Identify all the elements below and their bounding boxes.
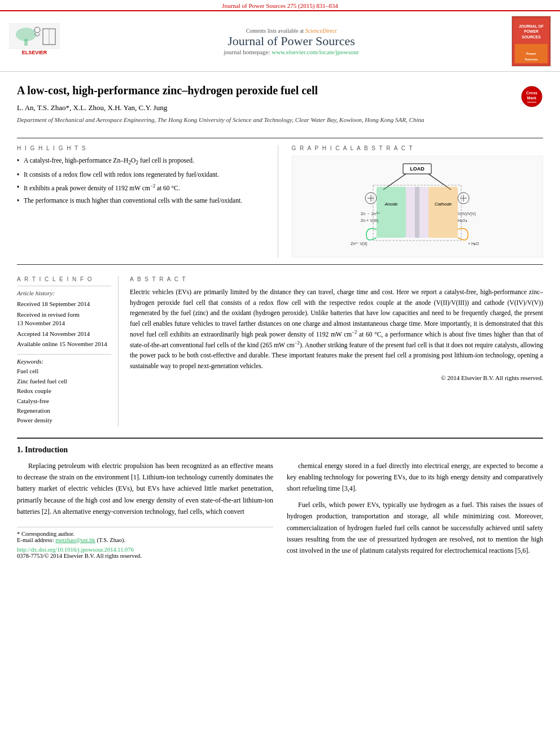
graphical-abstract-section: G R A P H I C A L A B S T R A C T LOAD	[290, 145, 544, 257]
abstract-label: A B S T R A C T	[130, 276, 543, 282]
svg-text:Zn + V(III): Zn + V(III)	[361, 219, 378, 223]
header-section: ELSEVIER Contents lists available at Sci…	[0, 11, 560, 72]
info-divider	[17, 286, 111, 286]
highlights-section: H I G H L I G H T S A catalyst-free, hig…	[17, 145, 278, 257]
email-link[interactable]: metzhao@ust.hk	[55, 537, 95, 543]
sciencedirect-text: Contents lists available at ScienceDirec…	[71, 28, 511, 34]
intro-col-left: Replacing petroleum with electric propul…	[17, 460, 273, 561]
svg-text:+ H₂O: + H₂O	[468, 242, 479, 246]
corresponding-note: * Corresponding author.	[17, 531, 273, 537]
homepage-link: journal homepage: www.elsevier.com/locat…	[71, 49, 511, 55]
keywords-divider	[17, 354, 111, 355]
copyright-text: © 2014 Elsevier B.V. All rights reserved…	[130, 374, 543, 381]
article-body: A R T I C L E I N F O Article history: R…	[17, 276, 543, 426]
authors: L. An, T.S. Zhao*, X.L. Zhou, X.H. Yan, …	[17, 103, 511, 112]
svg-text:V(IV)/V(V): V(IV)/V(V)	[458, 212, 476, 216]
journal-cover: JOURNAL OF POWER SOURCES Power Sources	[511, 16, 551, 67]
introduction-section: 1. Introduction Replacing petroleum with…	[17, 438, 543, 561]
affiliation: Department of Mechanical and Aerospace E…	[17, 116, 511, 124]
homepage-url[interactable]: www.elsevier.com/locate/jpowsour	[272, 49, 358, 55]
history-accepted: Accepted 14 November 2014	[17, 330, 111, 338]
doi-link[interactable]: http://dx.doi.org/10.1016/j.jpowsour.201…	[17, 547, 134, 553]
journal-citation: Journal of Power Sources 275 (2015) 831–…	[222, 2, 338, 9]
svg-text:Cross: Cross	[526, 91, 537, 95]
intro-text-right: chemical energy stored in a fuel directl…	[287, 460, 543, 557]
svg-rect-28	[428, 187, 458, 238]
keywords-section: Keywords: Fuel cell Zinc fueled fuel cel…	[17, 354, 111, 425]
footnote-section: * Corresponding author. E-mail address: …	[17, 527, 273, 559]
sciencedirect-link[interactable]: ScienceDirect	[305, 28, 337, 34]
keyword-4: Catalyst-free	[17, 397, 111, 405]
intro-col-right: chemical energy stored in a fuel directl…	[287, 460, 543, 561]
highlight-item-4: The performance is much higher than conv…	[17, 196, 269, 205]
highlights-list: A catalyst-free, high-performance Zn–H2O…	[17, 156, 269, 205]
header-center: Contents lists available at ScienceDirec…	[71, 28, 511, 55]
issn-note: 0378-7753/© 2014 Elsevier B.V. All right…	[17, 553, 273, 559]
history-revised: Received in revised form13 November 2014	[17, 311, 111, 328]
keyword-2: Zinc fueled fuel cell	[17, 377, 111, 386]
svg-rect-26	[377, 187, 406, 238]
svg-rect-2	[24, 39, 28, 46]
keyword-5: Regeneration	[17, 407, 111, 415]
journal-top-bar: Journal of Power Sources 275 (2015) 831–…	[0, 0, 560, 11]
introduction-title: 1. Introduction	[17, 445, 543, 455]
introduction-two-col: Replacing petroleum with electric propul…	[17, 460, 543, 561]
svg-text:Cathode: Cathode	[435, 202, 452, 207]
article-info-label: A R T I C L E I N F O	[17, 276, 111, 282]
svg-text:ELSEVIER: ELSEVIER	[22, 50, 47, 55]
history-online: Available online 15 November 2014	[17, 340, 111, 348]
elsevier-logo: ELSEVIER	[9, 23, 60, 59]
graphical-abstract-diagram: LOAD	[292, 156, 544, 257]
abstract-text: Electric vehicles (EVs) are primarily li…	[130, 287, 543, 371]
main-content: A low-cost, high-performance zinc–hydrog…	[0, 72, 560, 573]
graphical-abstract-label: G R A P H I C A L A B S T R A C T	[292, 145, 544, 151]
svg-text:Mark: Mark	[527, 96, 536, 100]
crossmark: Cross Mark	[520, 85, 543, 110]
journal-title-header: Journal of Power Sources	[71, 34, 511, 49]
svg-text:SOURCES: SOURCES	[522, 35, 541, 39]
svg-text:POWER: POWER	[524, 29, 539, 33]
highlight-item-3: It exhibits a peak power density of 1192…	[17, 182, 269, 193]
page: Journal of Power Sources 275 (2015) 831–…	[0, 0, 560, 747]
intro-text-left: Replacing petroleum with electric propul…	[17, 460, 273, 518]
keyword-1: Fuel cell	[17, 367, 111, 375]
history-received: Received 18 September 2014	[17, 300, 111, 308]
svg-rect-31	[415, 187, 419, 238]
highlights-label: H I G H L I G H T S	[17, 145, 269, 151]
svg-text:H₂O₂: H₂O₂	[458, 219, 467, 222]
highlights-graphical-section: H I G H L I G H T S A catalyst-free, hig…	[17, 138, 543, 265]
svg-text:Power: Power	[526, 52, 536, 55]
keyword-3: Redox couple	[17, 387, 111, 395]
doi-section: http://dx.doi.org/10.1016/j.jpowsour.201…	[17, 547, 273, 553]
svg-text:Sources: Sources	[525, 58, 538, 61]
highlight-item-1: A catalyst-free, high-performance Zn–H2O…	[17, 156, 269, 167]
highlight-item-2: It consists of a redox flow cell with re…	[17, 170, 269, 179]
history-label: Article history:	[17, 290, 111, 296]
email-note: E-mail address: metzhao@ust.hk (T.S. Zha…	[17, 537, 273, 543]
article-info-col: A R T I C L E I N F O Article history: R…	[17, 276, 119, 426]
abstract-col: A B S T R A C T Electric vehicles (EVs) …	[130, 276, 543, 426]
keywords-label: Keywords:	[17, 358, 111, 365]
svg-text:Anode: Anode	[384, 202, 399, 207]
svg-text:JOURNAL OF: JOURNAL OF	[519, 24, 544, 28]
keyword-6: Power density	[17, 416, 111, 425]
article-title: A low-cost, high-performance zinc–hydrog…	[17, 83, 511, 98]
svg-text:Zn²⁺ V(II): Zn²⁺ V(II)	[351, 242, 368, 246]
svg-text:LOAD: LOAD	[410, 166, 425, 172]
